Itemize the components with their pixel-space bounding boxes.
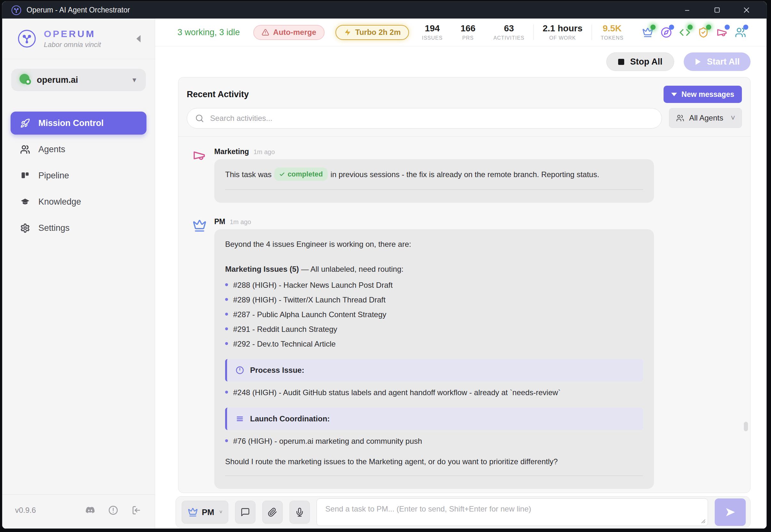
- agent-name: Marketing: [214, 147, 249, 156]
- close-button[interactable]: [736, 3, 757, 17]
- search-input[interactable]: [209, 113, 654, 123]
- task-input-wrap: [317, 498, 708, 526]
- topbar: 3 working, 3 idle Auto-merge Turbo 2h 2m…: [155, 19, 767, 46]
- graduation-cap-icon: [20, 197, 30, 207]
- minimize-button[interactable]: [678, 3, 698, 17]
- microphone-button[interactable]: [289, 501, 310, 524]
- scrollbar-thumb[interactable]: [744, 422, 748, 431]
- window-controls: [678, 3, 757, 17]
- message-text: in previous sessions - the fix is alread…: [330, 170, 599, 179]
- issue-bullet: #76 (HIGH) - operum.ai marketing and com…: [225, 436, 643, 450]
- panel-title: Recent Activity: [187, 90, 249, 99]
- alert-circle-icon[interactable]: [108, 505, 118, 515]
- agent-filter-label: All Agents: [689, 113, 723, 122]
- stat-hours: 2.1 hours OF WORK: [534, 24, 591, 41]
- turbo-label: Turbo 2h 2m: [355, 28, 401, 37]
- new-messages-button[interactable]: New messages: [664, 86, 742, 103]
- logout-icon[interactable]: [131, 505, 141, 515]
- bullet-dot: [225, 298, 228, 301]
- sidebar-item-settings[interactable]: Settings: [11, 216, 146, 239]
- operum-logo-icon: [18, 29, 36, 48]
- sidebar-item-mission-control[interactable]: Mission Control: [11, 112, 146, 135]
- resize-handle[interactable]: [701, 519, 706, 524]
- sidebar: OPERUM Labor omnia vincit operum.ai ▼: [2, 19, 155, 529]
- megaphone-icon[interactable]: [716, 27, 728, 38]
- status-dot-idle: [725, 25, 730, 30]
- timestamp: 1m ago: [230, 218, 251, 226]
- play-icon: [695, 58, 702, 66]
- clock-icon: [235, 366, 244, 375]
- callout-title: Process Issue:: [250, 365, 304, 376]
- issue-bullet: #248 (HIGH) - Audit GitHub status labels…: [225, 387, 643, 402]
- message-bubble: Beyond the 4 issues Engineer is working …: [214, 229, 654, 489]
- workspace-status-icon: [20, 74, 32, 86]
- maximize-button[interactable]: [707, 3, 728, 17]
- bullet-dot: [225, 342, 228, 345]
- arrow-down-icon: [671, 93, 677, 96]
- start-all-label: Start All: [707, 57, 740, 67]
- send-button[interactable]: [715, 498, 746, 526]
- check-icon: [279, 171, 285, 177]
- stat-tokens: 9.5K TOKENS: [592, 24, 633, 41]
- discord-icon[interactable]: [85, 505, 95, 515]
- run-controls: Stop All Start All: [155, 46, 767, 77]
- paperclip-icon: [268, 507, 277, 517]
- start-all-button[interactable]: Start All: [684, 52, 751, 71]
- brand-header: OPERUM Labor omnia vincit: [2, 19, 155, 59]
- activity-item-marketing: Marketing 1m ago This task wascompletedi…: [193, 147, 741, 203]
- agents-status-text: 3 working, 3 idle: [177, 27, 240, 37]
- sidebar-collapse-button[interactable]: [133, 33, 144, 45]
- bullet-dot: [225, 439, 228, 442]
- stop-all-label: Stop All: [630, 57, 662, 67]
- attach-button[interactable]: [262, 501, 283, 524]
- issue-bullet: #287 - Public Alpha Launch Content Strat…: [225, 309, 643, 324]
- workspace-selector[interactable]: operum.ai ▼: [11, 69, 146, 91]
- timestamp: 1m ago: [254, 148, 275, 156]
- compass-icon[interactable]: [661, 27, 672, 38]
- stat-issues: 194 ISSUES: [413, 24, 452, 41]
- sidebar-item-agents[interactable]: Agents: [11, 138, 146, 161]
- stop-all-button[interactable]: Stop All: [606, 52, 674, 71]
- titlebar: Operum - AI Agent Orchestrator: [2, 2, 767, 19]
- shield-check-icon[interactable]: [698, 27, 709, 38]
- comment-button[interactable]: [235, 501, 256, 524]
- app-window: Operum - AI Agent Orchestrator: [2, 1, 767, 529]
- status-dot-idle: [669, 25, 674, 30]
- turbo-badge[interactable]: Turbo 2h 2m: [335, 25, 409, 40]
- kanban-icon: [20, 171, 30, 181]
- brand-tagline: Labor omnia vincit: [44, 41, 101, 49]
- rocket-icon: [20, 118, 30, 128]
- new-messages-label: New messages: [681, 90, 734, 99]
- issue-bullet: #292 - Dev.to Technical Article: [225, 339, 643, 353]
- agent-target-label: PM: [202, 507, 214, 517]
- chevron-down-icon: ▼: [131, 76, 138, 84]
- agent-name: PM: [214, 217, 225, 226]
- message-bubble: This task wascompletedin previous sessio…: [214, 159, 654, 203]
- automerge-badge[interactable]: Auto-merge: [253, 25, 325, 40]
- activity-feed: Marketing 1m ago This task wascompletedi…: [178, 137, 750, 493]
- sidebar-item-label: Knowledge: [38, 197, 81, 207]
- crown-icon[interactable]: [642, 27, 653, 38]
- sidebar-item-label: Settings: [38, 223, 70, 233]
- lightning-bolt-icon: [344, 28, 351, 36]
- send-icon: [725, 506, 736, 518]
- issue-bullet: #289 (HIGH) - Twitter/X Launch Thread Dr…: [225, 294, 643, 309]
- issue-list: #288 (HIGH) - Hacker News Launch Post Dr…: [225, 280, 643, 353]
- search-icon: [195, 113, 204, 123]
- issue-bullet: #288 (HIGH) - Hacker News Launch Post Dr…: [225, 280, 643, 294]
- crown-icon: [193, 217, 207, 489]
- sidebar-item-label: Pipeline: [38, 171, 69, 181]
- list-icon: [235, 414, 244, 423]
- status-dot-working: [706, 25, 711, 30]
- sidebar-item-knowledge[interactable]: Knowledge: [11, 190, 146, 213]
- users-icon[interactable]: [735, 27, 746, 38]
- code-icon[interactable]: [679, 27, 690, 38]
- mic-icon: [295, 507, 304, 517]
- launch-coordination-callout: Launch Coordination:: [225, 408, 643, 430]
- sidebar-item-pipeline[interactable]: Pipeline: [11, 164, 146, 187]
- chevron-down-icon: ˅: [731, 113, 735, 122]
- agent-target-dropdown[interactable]: PM ˅: [182, 501, 228, 524]
- agent-filter-dropdown[interactable]: All Agents ˅: [669, 108, 742, 128]
- sidebar-nav: Mission Control Agents Pipeline: [2, 112, 155, 243]
- task-input[interactable]: [317, 499, 708, 526]
